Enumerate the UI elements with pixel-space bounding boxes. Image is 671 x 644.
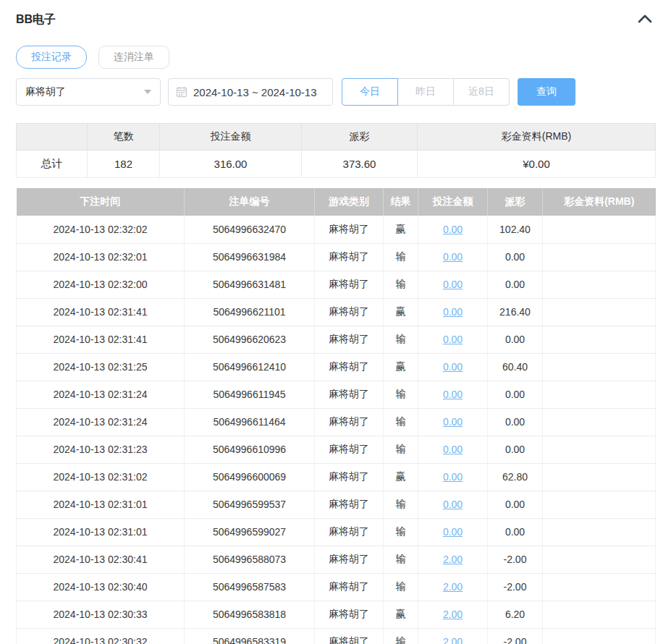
- col-bet-amount: 投注金额: [418, 188, 488, 216]
- bet-amount-link[interactable]: 0.00: [443, 306, 463, 318]
- payout-cell: 60.40: [488, 353, 543, 381]
- bonus-cell: [543, 491, 656, 518]
- payout-cell: -2.00: [488, 628, 543, 644]
- bet-records-table: 下注时间 注单编号 游戏类别 结果 投注金额 派彩 彩金资料(RMB) 2024…: [16, 188, 656, 644]
- bet-amount-link[interactable]: 2.00: [443, 554, 463, 565]
- bet-time-cell: 2024-10-13 02:30:40: [17, 573, 185, 601]
- query-button[interactable]: 查询: [518, 78, 575, 106]
- bet-time-cell: 2024-10-13 02:31:41: [17, 298, 185, 326]
- bet-amount-link[interactable]: 0.00: [443, 279, 463, 290]
- bet-id-cell: 5064996632470: [185, 216, 315, 243]
- bonus-cell: [543, 298, 656, 326]
- bet-amount-cell: 0.00: [418, 463, 488, 491]
- bet-amount-link[interactable]: 2.00: [443, 581, 463, 593]
- bonus-cell: [543, 326, 656, 353]
- game-type-select[interactable]: 麻将胡了: [16, 78, 161, 106]
- bonus-cell: [543, 573, 656, 601]
- bet-amount-link[interactable]: 0.00: [443, 389, 463, 400]
- yesterday-button[interactable]: 昨日: [397, 78, 454, 106]
- bet-amount-link[interactable]: 0.00: [443, 334, 463, 345]
- summary-col-payout: 派彩: [302, 124, 418, 151]
- bonus-cell: [543, 436, 656, 463]
- bonus-cell: [543, 518, 656, 546]
- table-row: 2024-10-13 02:30:405064996587583麻将胡了输2.0…: [17, 573, 656, 601]
- table-row: 2024-10-13 02:31:415064996620623麻将胡了输0.0…: [17, 326, 656, 353]
- date-range-picker[interactable]: 2024-10-13 ~ 2024-10-13: [168, 78, 333, 106]
- bet-id-cell: 5064996587583: [185, 573, 315, 601]
- bet-amount-link[interactable]: 0.00: [443, 251, 463, 263]
- today-button[interactable]: 今日: [342, 78, 398, 106]
- bet-amount-link[interactable]: 0.00: [443, 499, 463, 510]
- last-8-days-button[interactable]: 近8日: [453, 78, 510, 106]
- game-type-cell: 麻将胡了: [315, 353, 384, 381]
- bet-amount-cell: 2.00: [418, 546, 488, 573]
- game-type-cell: 麻将胡了: [315, 381, 384, 408]
- bet-amount-link[interactable]: 0.00: [443, 526, 463, 538]
- bet-amount-link[interactable]: 2.00: [443, 609, 463, 620]
- summary-total-bet-amount: 316.00: [160, 151, 302, 178]
- bet-id-cell: 5064996599537: [185, 491, 315, 518]
- payout-cell: 0.00: [488, 381, 543, 408]
- bet-amount-link[interactable]: 0.00: [443, 444, 463, 455]
- quick-date-button-group: 今日 昨日 近8日: [342, 78, 510, 106]
- bet-amount-link[interactable]: 0.00: [443, 416, 463, 428]
- table-row: 2024-10-13 02:32:015064996631984麻将胡了输0.0…: [17, 243, 656, 271]
- payout-cell: 216.40: [488, 298, 543, 326]
- bet-amount-cell: 0.00: [418, 381, 488, 408]
- table-row: 2024-10-13 02:31:235064996610996麻将胡了输0.0…: [17, 436, 656, 463]
- summary-total-count: 182: [88, 151, 160, 178]
- payout-cell: 0.00: [488, 518, 543, 546]
- bet-time-cell: 2024-10-13 02:31:24: [17, 408, 185, 436]
- record-type-tabs: 投注记录 连消注单: [16, 46, 655, 69]
- bet-time-cell: 2024-10-13 02:31:25: [17, 353, 185, 381]
- page-title: BB电子: [16, 12, 56, 27]
- game-type-cell: 麻将胡了: [315, 408, 384, 436]
- bet-time-cell: 2024-10-13 02:31:02: [17, 463, 185, 491]
- payout-cell: -2.00: [488, 573, 543, 601]
- game-type-cell: 麻将胡了: [315, 436, 384, 463]
- summary-col-blank: [17, 124, 88, 151]
- bet-amount-link[interactable]: 2.00: [443, 636, 463, 644]
- table-row: 2024-10-13 02:31:245064996611464麻将胡了输0.0…: [17, 408, 656, 436]
- payout-cell: 102.40: [488, 216, 543, 243]
- bet-id-cell: 5064996611464: [185, 408, 315, 436]
- table-row: 2024-10-13 02:32:005064996631481麻将胡了输0.0…: [17, 271, 656, 298]
- col-payout: 派彩: [488, 188, 543, 216]
- table-row: 2024-10-13 02:30:335064996583818麻将胡了赢2.0…: [17, 601, 656, 628]
- bonus-cell: [543, 243, 656, 271]
- bet-amount-cell: 0.00: [418, 518, 488, 546]
- summary-table: 笔数 投注金额 派彩 彩金资料(RMB) 总计 182 316.00 373.6…: [16, 123, 656, 178]
- summary-header-row: 笔数 投注金额 派彩 彩金资料(RMB): [17, 124, 656, 151]
- payout-cell: 62.80: [488, 463, 543, 491]
- bet-amount-cell: 0.00: [418, 436, 488, 463]
- bet-amount-link[interactable]: 0.00: [443, 361, 463, 373]
- bet-id-cell: 5064996583818: [185, 601, 315, 628]
- tab-bet-records[interactable]: 投注记录: [16, 46, 87, 69]
- result-cell: 输: [384, 573, 418, 601]
- game-type-cell: 麻将胡了: [315, 601, 384, 628]
- table-row: 2024-10-13 02:32:025064996632470麻将胡了赢0.0…: [17, 216, 656, 243]
- payout-cell: 0.00: [488, 408, 543, 436]
- result-cell: 输: [384, 326, 418, 353]
- tab-cancelled-orders[interactable]: 连消注单: [98, 46, 169, 69]
- bet-id-cell: 5064996621101: [185, 298, 315, 326]
- payout-cell: 0.00: [488, 491, 543, 518]
- game-type-cell: 麻将胡了: [315, 518, 384, 546]
- game-type-cell: 麻将胡了: [315, 326, 384, 353]
- bet-time-cell: 2024-10-13 02:31:41: [17, 326, 185, 353]
- collapse-panel-button[interactable]: [636, 12, 654, 27]
- bet-amount-cell: 0.00: [418, 271, 488, 298]
- bet-amount-cell: 2.00: [418, 573, 488, 601]
- bet-amount-link[interactable]: 0.00: [443, 471, 463, 483]
- bet-time-cell: 2024-10-13 02:30:33: [17, 601, 185, 628]
- bonus-cell: [543, 381, 656, 408]
- game-type-cell: 麻将胡了: [315, 628, 384, 644]
- table-row: 2024-10-13 02:31:015064996599537麻将胡了输0.0…: [17, 491, 656, 518]
- col-bet-id: 注单编号: [185, 188, 315, 216]
- bet-time-cell: 2024-10-13 02:30:32: [17, 628, 185, 644]
- game-type-cell: 麻将胡了: [315, 243, 384, 271]
- summary-total-payout: 373.60: [302, 151, 418, 178]
- bonus-cell: [543, 628, 656, 644]
- bet-amount-link[interactable]: 0.00: [443, 224, 463, 235]
- summary-total-label: 总计: [17, 151, 88, 178]
